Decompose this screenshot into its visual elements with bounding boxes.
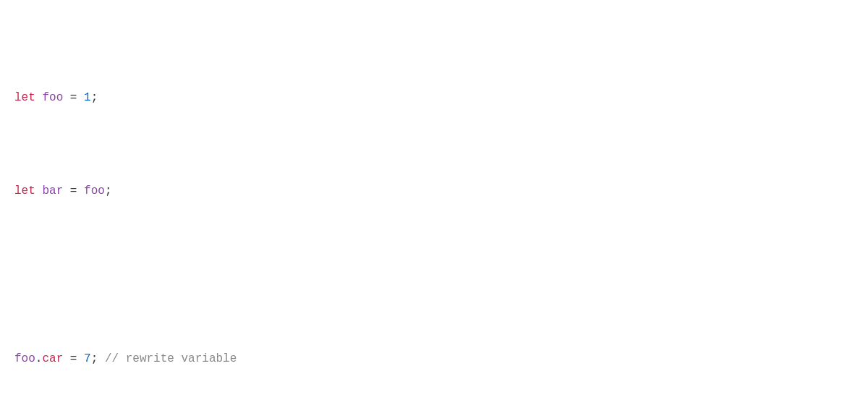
operator-eq2: = [70, 184, 77, 197]
keyword-let: let [14, 91, 35, 104]
semicolon2: ; [105, 184, 112, 197]
var-foo-ref: foo [84, 184, 105, 197]
number-1: 1 [84, 91, 91, 104]
var-foo2: foo [14, 352, 35, 365]
keyword-let2: let [14, 184, 35, 197]
code-line-1: let foo = 1; [14, 88, 854, 107]
code-line-2: let bar = foo; [14, 182, 854, 200]
dot1: . [35, 352, 43, 365]
operator-eq3: = [70, 352, 77, 365]
semicolon: ; [91, 91, 98, 104]
blank-line-1 [14, 256, 854, 275]
code-editor: let foo = 1; let bar = foo; foo.car = 7;… [14, 14, 854, 408]
var-bar: bar [42, 184, 63, 197]
code-line-3: foo.car = 7; // rewrite variable [14, 349, 854, 368]
semicolon3: ; [91, 352, 98, 365]
comment-rewrite: // rewrite variable [105, 352, 237, 365]
number-7: 7 [84, 352, 91, 365]
operator-eq: = [70, 91, 77, 104]
var-foo: foo [42, 91, 63, 104]
prop-car: car [42, 352, 63, 365]
